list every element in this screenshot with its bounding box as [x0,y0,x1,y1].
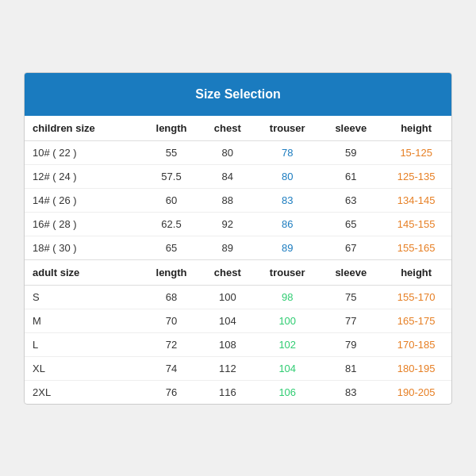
cell-trouser: 80 [254,164,321,188]
col-header-trouser: trouser [254,116,321,141]
adult-col-chest: chest [201,259,254,285]
adult-table-row: L 72 108 102 79 170-185 [25,332,451,356]
cell-height: 125-135 [381,164,451,188]
cell-trouser: 89 [254,236,321,259]
adult-table-row: S 68 100 98 75 155-170 [25,285,451,309]
cell-length: 76 [142,380,202,404]
cell-sleeve: 61 [321,164,381,188]
col-header-height: height [381,116,451,141]
cell-length: 68 [142,285,202,309]
cell-size: 10# ( 22 ) [25,140,142,164]
cell-length: 65 [142,236,202,259]
cell-size: 14# ( 26 ) [25,188,142,212]
adult-col-height: height [381,259,451,285]
cell-length: 57.5 [142,164,202,188]
col-header-length: length [142,116,202,141]
cell-height: 190-205 [381,380,451,404]
adult-section-header: adult size length chest trouser sleeve h… [25,259,451,285]
cell-chest: 84 [201,164,254,188]
cell-sleeve: 63 [321,188,381,212]
col-header-chest: chest [201,116,254,141]
cell-trouser: 106 [254,380,321,404]
cell-trouser: 83 [254,188,321,212]
cell-size: M [25,309,142,332]
cell-size: S [25,285,142,309]
adult-size-label: adult size [25,259,142,285]
card-title: Size Selection [195,87,281,101]
cell-height: 15-125 [381,140,451,164]
adult-table-row: 2XL 76 116 106 83 190-205 [25,380,451,404]
cell-size: 12# ( 24 ) [25,164,142,188]
adult-table-row: M 70 104 100 77 165-175 [25,309,451,332]
cell-chest: 92 [201,212,254,236]
cell-chest: 108 [201,332,254,356]
cell-sleeve: 75 [321,285,381,309]
cell-sleeve: 79 [321,332,381,356]
cell-chest: 104 [201,309,254,332]
cell-chest: 112 [201,356,254,380]
children-table-row: 16# ( 28 ) 62.5 92 86 65 145-155 [25,212,451,236]
card-header: Size Selection [25,73,451,116]
table-header-row: children size length chest trouser sleev… [25,116,451,141]
children-table-row: 18# ( 30 ) 65 89 89 67 155-165 [25,236,451,259]
children-table-body: 10# ( 22 ) 55 80 78 59 15-125 12# ( 24 )… [25,140,451,259]
cell-chest: 100 [201,285,254,309]
cell-chest: 88 [201,188,254,212]
cell-sleeve: 65 [321,212,381,236]
cell-height: 180-195 [381,356,451,380]
cell-height: 134-145 [381,188,451,212]
adult-col-length: length [142,259,202,285]
cell-size: 2XL [25,380,142,404]
children-table-row: 10# ( 22 ) 55 80 78 59 15-125 [25,140,451,164]
cell-height: 155-165 [381,236,451,259]
col-header-size: children size [25,116,142,141]
children-table-row: 12# ( 24 ) 57.5 84 80 61 125-135 [25,164,451,188]
cell-trouser: 100 [254,309,321,332]
cell-length: 60 [142,188,202,212]
adult-col-sleeve: sleeve [321,259,381,285]
cell-height: 170-185 [381,332,451,356]
cell-length: 70 [142,309,202,332]
cell-sleeve: 59 [321,140,381,164]
cell-size: L [25,332,142,356]
adult-col-trouser: trouser [254,259,321,285]
cell-chest: 80 [201,140,254,164]
cell-trouser: 102 [254,332,321,356]
cell-trouser: 104 [254,356,321,380]
size-table: children size length chest trouser sleev… [25,116,451,404]
cell-sleeve: 77 [321,309,381,332]
cell-length: 62.5 [142,212,202,236]
cell-sleeve: 83 [321,380,381,404]
cell-trouser: 86 [254,212,321,236]
cell-size: 18# ( 30 ) [25,236,142,259]
cell-height: 165-175 [381,309,451,332]
cell-trouser: 78 [254,140,321,164]
col-header-sleeve: sleeve [321,116,381,141]
cell-length: 55 [142,140,202,164]
cell-trouser: 98 [254,285,321,309]
cell-length: 72 [142,332,202,356]
adult-table-row: XL 74 112 104 81 180-195 [25,356,451,380]
cell-height: 145-155 [381,212,451,236]
adult-table-body: adult size length chest trouser sleeve h… [25,259,451,404]
cell-height: 155-170 [381,285,451,309]
cell-size: 16# ( 28 ) [25,212,142,236]
cell-sleeve: 67 [321,236,381,259]
cell-sleeve: 81 [321,356,381,380]
cell-length: 74 [142,356,202,380]
children-table-row: 14# ( 26 ) 60 88 83 63 134-145 [25,188,451,212]
cell-chest: 89 [201,236,254,259]
cell-size: XL [25,356,142,380]
size-selection-card: Size Selection children size length ches… [24,72,452,405]
cell-chest: 116 [201,380,254,404]
